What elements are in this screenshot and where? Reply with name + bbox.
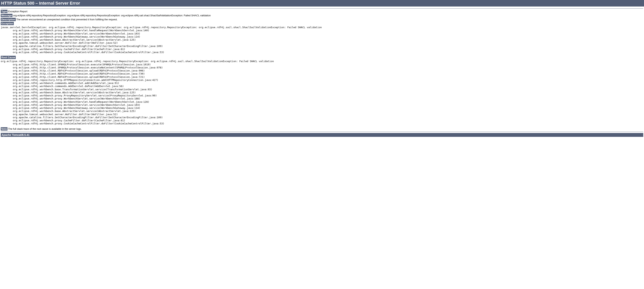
type-label: Type: [1, 10, 8, 13]
message-value: org.eclipse.rdf4j.repository.RepositoryE…: [13, 14, 211, 17]
exception-label: Exception: [1, 22, 14, 25]
type-value: Exception Report: [8, 10, 28, 13]
note-row: Note The full stack trace of the root ca…: [1, 127, 643, 130]
description-row: Description The server encountered an un…: [1, 18, 643, 21]
root-cause-trace: org.eclipse.rdf4j.repository.RepositoryE…: [1, 60, 643, 125]
note-label: Note: [1, 127, 8, 130]
exception-header: Exception: [1, 22, 643, 25]
root-cause-label: Root Cause: [1, 56, 16, 59]
description-label: Description: [1, 18, 16, 21]
message-row: Message org.eclipse.rdf4j.repository.Rep…: [1, 14, 643, 17]
description-value: The server encountered an unexpected con…: [16, 18, 118, 21]
page-title: HTTP Status 500 – Internal Server Error: [0, 0, 644, 6]
type-row: Type Exception Report: [1, 10, 643, 13]
message-label: Message: [1, 14, 12, 17]
server-footer: Apache Tomcat/8.5.41: [1, 133, 643, 137]
exception-trace: javax.servlet.ServletException: org.ecli…: [1, 26, 643, 54]
root-cause-header: Root Cause: [1, 56, 643, 59]
note-value: The full stack trace of the root cause i…: [8, 128, 82, 130]
